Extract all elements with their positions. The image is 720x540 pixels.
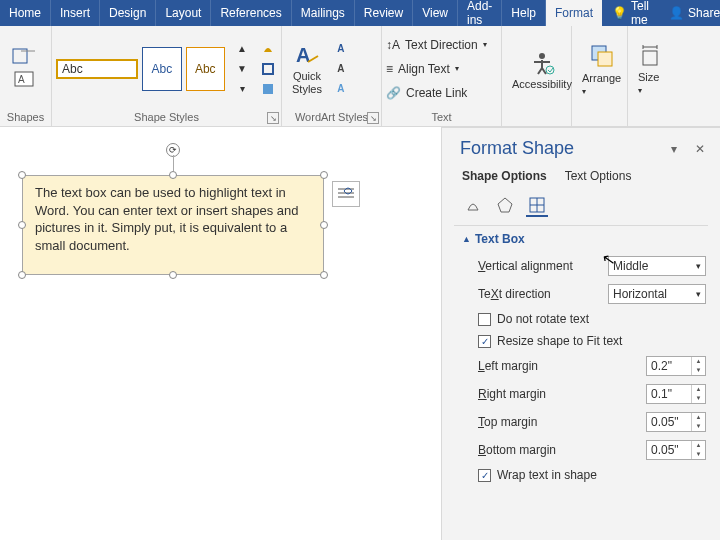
label-right-margin: Right margin xyxy=(478,387,646,401)
group-label-text: Text xyxy=(386,109,497,126)
ribbon: A Shapes Abc Abc Abc ▲ ▼ ▾ Shape Styles … xyxy=(0,26,720,127)
svg-text:A: A xyxy=(18,74,25,85)
step-up-icon[interactable]: ▲ xyxy=(692,441,705,450)
text-effects-icon[interactable]: A xyxy=(332,80,350,98)
shape-styles-launcher-icon[interactable]: ↘ xyxy=(267,112,279,124)
input-top-margin[interactable]: 0.05"▲▼ xyxy=(646,412,706,432)
panel-menu-icon[interactable]: ▾ xyxy=(666,142,682,156)
panel-close-icon[interactable]: ✕ xyxy=(692,142,708,156)
style-gallery-up-icon[interactable]: ▲ xyxy=(233,40,251,58)
select-vertical-alignment[interactable]: Middle▾ xyxy=(608,256,706,276)
group-label-shape-styles: Shape Styles xyxy=(56,109,277,126)
tab-format[interactable]: Format xyxy=(546,0,602,26)
input-right-margin[interactable]: 0.1"▲▼ xyxy=(646,384,706,404)
link-icon: 🔗 xyxy=(386,86,401,100)
resize-handle-ne[interactable] xyxy=(320,171,328,179)
step-up-icon[interactable]: ▲ xyxy=(692,385,705,394)
arrange-icon xyxy=(588,42,616,70)
chevron-down-icon: ▾ xyxy=(483,40,487,49)
layout-options-button[interactable] xyxy=(332,181,360,207)
align-text-button[interactable]: ≡Align Text▾ xyxy=(386,59,487,79)
shape-outline-icon[interactable] xyxy=(259,60,277,78)
step-down-icon[interactable]: ▼ xyxy=(692,394,705,403)
style-gallery-more-icon[interactable]: ▾ xyxy=(233,80,251,98)
resize-handle-e[interactable] xyxy=(320,221,328,229)
accessibility-icon xyxy=(528,48,556,76)
text-outline-icon[interactable]: A xyxy=(332,60,350,78)
resize-handle-se[interactable] xyxy=(320,271,328,279)
select-text-direction[interactable]: Horizontal▾ xyxy=(608,284,706,304)
tab-addins[interactable]: Add-ins xyxy=(458,0,502,26)
tab-layout[interactable]: Layout xyxy=(156,0,211,26)
document-area[interactable]: ⟳ The text box can be used to highlight … xyxy=(0,127,720,540)
resize-handle-sw[interactable] xyxy=(18,271,26,279)
effects-icon[interactable] xyxy=(494,195,516,217)
tab-review[interactable]: Review xyxy=(355,0,413,26)
svg-rect-4 xyxy=(263,84,273,94)
label-top-margin: Top margin xyxy=(478,415,646,429)
tab-shape-options[interactable]: Shape Options xyxy=(462,165,547,187)
share-button[interactable]: 👤Share xyxy=(659,0,720,26)
layout-properties-icon[interactable] xyxy=(526,195,548,217)
shape-fill-icon[interactable] xyxy=(259,40,277,58)
svg-rect-9 xyxy=(598,52,612,66)
step-down-icon[interactable]: ▼ xyxy=(692,450,705,459)
tab-home[interactable]: Home xyxy=(0,0,51,26)
create-link-button[interactable]: 🔗Create Link xyxy=(386,83,487,103)
quick-styles-button[interactable]: A Quick Styles xyxy=(286,40,328,96)
format-shape-panel: Format Shape ▾ ✕ Shape Options Text Opti… xyxy=(441,127,720,540)
tab-view[interactable]: View xyxy=(413,0,458,26)
shape-style-1[interactable]: Abc xyxy=(56,59,138,79)
checkbox-box: ✓ xyxy=(478,335,491,348)
style-gallery-down-icon[interactable]: ▼ xyxy=(233,60,251,78)
shape-style-3[interactable]: Abc xyxy=(186,47,225,91)
size-icon xyxy=(639,43,665,69)
layout-options-icon xyxy=(336,185,356,203)
label-vertical-alignment: Vertical alignment xyxy=(478,259,608,273)
shape-style-2[interactable]: Abc xyxy=(142,47,181,91)
checkbox-wrap-text[interactable]: ✓ Wrap text in shape xyxy=(478,464,706,486)
bulb-icon: 💡 xyxy=(612,6,627,20)
resize-handle-nw[interactable] xyxy=(18,171,26,179)
tab-design[interactable]: Design xyxy=(100,0,156,26)
tab-references[interactable]: References xyxy=(211,0,291,26)
tell-me[interactable]: 💡Tell me xyxy=(602,0,659,26)
input-left-margin[interactable]: 0.2"▲▼ xyxy=(646,356,706,376)
section-textbox[interactable]: ▲Text Box xyxy=(442,226,720,252)
step-down-icon[interactable]: ▼ xyxy=(692,422,705,431)
step-up-icon[interactable]: ▲ xyxy=(692,413,705,422)
checkbox-resize-shape[interactable]: ✓ Resize shape to Fit text xyxy=(478,330,706,352)
resize-handle-s[interactable] xyxy=(169,271,177,279)
edit-shape-icon[interactable] xyxy=(11,47,41,67)
accessibility-button[interactable]: Accessibility xyxy=(506,46,578,92)
tab-mailings[interactable]: Mailings xyxy=(292,0,355,26)
arrange-button[interactable]: Arrange ▾ xyxy=(576,40,627,98)
panel-title: Format Shape xyxy=(460,138,656,159)
fill-line-icon[interactable] xyxy=(462,195,484,217)
wordart-launcher-icon[interactable]: ↘ xyxy=(367,112,379,124)
textbox-insert-icon[interactable]: A xyxy=(11,69,41,91)
selected-textbox[interactable]: ⟳ The text box can be used to highlight … xyxy=(22,175,324,275)
shape-effects-icon[interactable] xyxy=(259,80,277,98)
chevron-down-icon: ▾ xyxy=(638,86,642,95)
input-bottom-margin[interactable]: 0.05"▲▼ xyxy=(646,440,706,460)
resize-handle-w[interactable] xyxy=(18,221,26,229)
tab-text-options[interactable]: Text Options xyxy=(565,165,632,187)
align-text-icon: ≡ xyxy=(386,62,393,76)
svg-rect-3 xyxy=(263,64,273,74)
text-direction-icon: ↕A xyxy=(386,38,400,52)
resize-handle-n[interactable] xyxy=(169,171,177,179)
checkbox-do-not-rotate[interactable]: Do not rotate text xyxy=(478,308,706,330)
tab-insert[interactable]: Insert xyxy=(51,0,100,26)
group-label-shapes: Shapes xyxy=(4,109,47,126)
chevron-down-icon: ▾ xyxy=(696,261,701,271)
step-down-icon[interactable]: ▼ xyxy=(692,366,705,375)
textbox-content[interactable]: The text box can be used to highlight te… xyxy=(22,175,324,275)
text-fill-icon[interactable]: A xyxy=(332,40,350,58)
text-direction-button[interactable]: ↕AText Direction▾ xyxy=(386,35,487,55)
tab-help[interactable]: Help xyxy=(502,0,546,26)
checkbox-box xyxy=(478,313,491,326)
size-button[interactable]: Size ▾ xyxy=(632,41,672,97)
chevron-down-icon: ▾ xyxy=(696,289,701,299)
step-up-icon[interactable]: ▲ xyxy=(692,357,705,366)
